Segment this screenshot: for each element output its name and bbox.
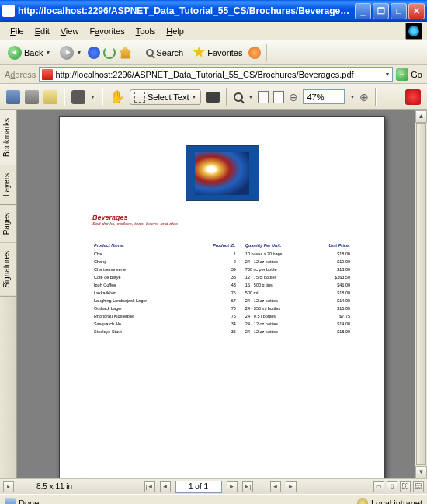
prev-view-button[interactable]: ◄ — [270, 481, 281, 492]
menu-help[interactable]: Help — [161, 24, 189, 38]
continuous-facing-icon[interactable]: ⿳ — [413, 481, 424, 492]
chevron-down-icon[interactable]: ▼ — [248, 94, 253, 99]
binoculars-icon[interactable] — [71, 90, 85, 104]
search-icon — [146, 49, 154, 57]
browser-toolbar: Back ▼ ▼ Search Favorites — [0, 40, 427, 65]
menu-bar: File Edit View Favorites Tools Help — [0, 22, 427, 40]
brochure-image — [186, 145, 259, 201]
column-header: Quantity Per Unit: — [245, 242, 311, 249]
close-button[interactable]: ✕ — [408, 3, 425, 19]
home-icon[interactable] — [119, 47, 131, 59]
go-icon — [396, 68, 408, 81]
tab-signatures[interactable]: Signatures — [0, 243, 16, 297]
refresh-icon[interactable] — [103, 47, 116, 59]
hand-tool-icon[interactable]: ✋ — [109, 89, 125, 104]
vertical-scrollbar[interactable]: ▲ ▼ — [415, 110, 427, 478]
last-page-button[interactable]: ►| — [242, 481, 253, 492]
pdf-toolbar: ▼ ✋ Select Text ▼ ▼ ⊖ 47% ▼ ⊕ — [0, 84, 427, 110]
browser-status-bar: Done Local intranet — [0, 494, 427, 504]
scroll-down-button[interactable]: ▼ — [415, 466, 427, 478]
search-button[interactable]: Search — [143, 47, 186, 59]
address-input[interactable] — [55, 70, 382, 79]
back-button[interactable]: Back ▼ — [5, 44, 54, 61]
zone-icon — [357, 498, 368, 505]
forward-icon — [60, 46, 74, 60]
zoom-out-button[interactable]: ⊖ — [289, 91, 298, 103]
table-row: Laughing Lumberjack Lager6724 - 12 oz bo… — [94, 297, 350, 304]
menu-tools[interactable]: Tools — [130, 24, 161, 38]
separator — [64, 88, 65, 106]
search-label: Search — [156, 48, 183, 57]
chevron-down-icon[interactable]: ▼ — [384, 71, 390, 77]
media-icon[interactable] — [248, 47, 261, 59]
print-icon[interactable] — [25, 90, 39, 104]
page-viewport[interactable]: Beverages Soft drinks, coffees, teas, be… — [17, 110, 427, 478]
table-row: Chang224 - 12 oz bottles$19.00 — [94, 259, 350, 265]
menu-favorites[interactable]: Favorites — [84, 24, 130, 38]
pdf-page: Beverages Soft drinks, coffees, teas, be… — [59, 116, 385, 478]
prev-page-button[interactable]: ◄ — [160, 481, 171, 492]
fit-width-icon[interactable] — [258, 91, 269, 103]
snapshot-icon[interactable] — [206, 92, 220, 103]
continuous-icon[interactable]: ▯ — [387, 481, 397, 492]
next-view-button[interactable]: ► — [286, 481, 297, 492]
back-label: Back — [24, 48, 43, 57]
next-page-button[interactable]: ► — [227, 481, 238, 492]
chevron-down-icon[interactable]: ▼ — [349, 94, 355, 99]
document-subtitle: Soft drinks, coffees, teas, beers, and a… — [92, 221, 352, 226]
go-label: Go — [411, 70, 422, 79]
window-title: http://localhost:2296/ASPNET_Data_Tutori… — [18, 5, 353, 16]
first-page-button[interactable]: |◄ — [144, 481, 155, 492]
zone-text: Local intranet — [371, 499, 422, 505]
minimize-button[interactable]: _ — [355, 3, 371, 19]
zoom-field[interactable]: 47% — [303, 89, 345, 104]
separator — [137, 44, 137, 61]
menu-view[interactable]: View — [55, 24, 85, 38]
save-icon[interactable] — [6, 90, 20, 104]
table-row: Chai110 boxes x 20 bags$18.00 — [94, 251, 350, 257]
zoom-icon[interactable] — [234, 92, 243, 102]
document-title: Beverages — [92, 214, 352, 221]
table-row: Ipoh Coffee4316 - 500 g tins$46.00 — [94, 282, 350, 288]
select-text-button[interactable]: Select Text ▼ — [130, 89, 202, 105]
tab-bookmarks[interactable]: Bookmarks — [0, 110, 16, 165]
fit-page-icon[interactable] — [273, 91, 284, 103]
chevron-down-icon[interactable]: ▼ — [90, 94, 95, 99]
stop-icon[interactable] — [88, 47, 100, 59]
window-titlebar: http://localhost:2296/ASPNET_Data_Tutori… — [0, 0, 427, 22]
address-bar: Address ▼ Go — [0, 65, 427, 84]
maximize-button[interactable]: □ — [391, 3, 407, 19]
scroll-thumb[interactable] — [416, 123, 426, 465]
separator — [266, 44, 267, 61]
table-row: Rhönbräu Klosterbier7524 - 0.5 l bottles… — [94, 313, 350, 319]
scroll-up-button[interactable]: ▲ — [415, 110, 427, 123]
tab-pages[interactable]: Pages — [0, 205, 16, 243]
table-row: Côte de Blaye3812 - 75 cl bottles$263.50 — [94, 274, 350, 280]
zoom-in-button[interactable]: ⊕ — [359, 91, 369, 103]
facing-icon[interactable]: ⿲ — [400, 481, 411, 492]
address-label: Address — [5, 70, 36, 79]
separator — [226, 88, 227, 106]
chevron-down-icon: ▼ — [192, 94, 197, 99]
product-table: Product Name:Product ID:Quantity Per Uni… — [92, 240, 352, 336]
go-button[interactable]: Go — [396, 68, 422, 81]
page-number-field[interactable]: 1 of 1 — [175, 481, 222, 493]
menu-edit[interactable]: Edit — [30, 24, 55, 38]
email-icon[interactable] — [43, 90, 57, 104]
column-header: Product ID: — [189, 242, 244, 249]
single-page-icon[interactable]: ▭ — [373, 481, 384, 492]
restore-button[interactable]: ❐ — [373, 3, 389, 19]
separator — [375, 88, 377, 106]
side-tabs: Bookmarks Layers Pages Signatures — [0, 110, 17, 478]
forward-button[interactable]: ▼ — [57, 44, 85, 61]
tab-layers[interactable]: Layers — [0, 165, 16, 205]
pdf-icon — [42, 69, 53, 80]
address-field[interactable]: ▼ — [39, 67, 393, 82]
expand-pane-button[interactable]: ▸ — [3, 481, 14, 492]
menu-file[interactable]: File — [5, 24, 30, 38]
favorites-button[interactable]: Favorites — [189, 45, 245, 61]
table-row: Outback Lager7024 - 355 ml bottles$15.00 — [94, 305, 350, 311]
zoom-value: 47% — [307, 92, 324, 102]
ie-logo-icon — [405, 23, 422, 40]
table-row: Sasquatch Ale3424 - 12 oz bottles$14.00 — [94, 321, 350, 327]
